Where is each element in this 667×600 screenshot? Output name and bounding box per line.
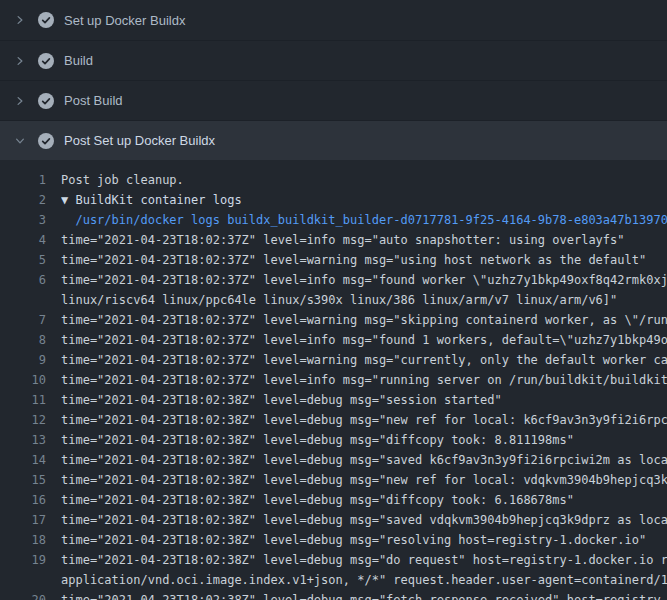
log-line-number[interactable]: 8 bbox=[0, 330, 61, 350]
log-line[interactable]: 1 Post job cleanup. bbox=[0, 170, 667, 190]
log-line-text: linux/riscv64 linux/ppc64le linux/s390x … bbox=[61, 290, 667, 310]
check-circle-icon bbox=[38, 93, 54, 109]
log-line-number[interactable]: 7 bbox=[0, 310, 61, 330]
log-line-text: time="2021-04-23T18:02:38Z" level=debug … bbox=[61, 450, 667, 470]
step-header[interactable]: Post Build bbox=[0, 80, 667, 120]
step-label: Post Build bbox=[64, 93, 123, 108]
log-line-text: time="2021-04-23T18:02:38Z" level=debug … bbox=[61, 490, 667, 510]
check-circle-icon bbox=[38, 133, 54, 149]
log-line-text: time="2021-04-23T18:02:37Z" level=info m… bbox=[61, 330, 667, 350]
log-line-number[interactable]: 6 bbox=[0, 270, 61, 290]
log-line-number[interactable]: 9 bbox=[0, 350, 61, 370]
log-line-text: time="2021-04-23T18:02:37Z" level=info m… bbox=[61, 370, 667, 390]
log-line[interactable]: 11 time="2021-04-23T18:02:38Z" level=deb… bbox=[0, 390, 667, 410]
log-line-number[interactable]: 2 bbox=[0, 190, 61, 210]
log-line[interactable]: 9 time="2021-04-23T18:02:37Z" level=warn… bbox=[0, 350, 667, 370]
log-line-number[interactable]: 11 bbox=[0, 390, 61, 410]
log-line-text: time="2021-04-23T18:02:38Z" level=debug … bbox=[61, 390, 667, 410]
log-line[interactable]: 13 time="2021-04-23T18:02:38Z" level=deb… bbox=[0, 430, 667, 450]
log-line-number[interactable]: 19 bbox=[0, 550, 61, 570]
log-line-text[interactable]: ▼ BuildKit container logs bbox=[61, 190, 667, 210]
log-line-number[interactable]: 20 bbox=[0, 590, 61, 600]
log-line[interactable]: 10 time="2021-04-23T18:02:37Z" level=inf… bbox=[0, 370, 667, 390]
log-line[interactable]: 8 time="2021-04-23T18:02:37Z" level=info… bbox=[0, 330, 667, 350]
log-line-text: /usr/bin/docker logs buildx_buildkit_bui… bbox=[61, 210, 667, 230]
step-header[interactable]: Build bbox=[0, 40, 667, 80]
log-line[interactable]: 16 time="2021-04-23T18:02:38Z" level=deb… bbox=[0, 490, 667, 510]
log-line-number[interactable]: 12 bbox=[0, 410, 61, 430]
log-line-number[interactable]: 17 bbox=[0, 510, 61, 530]
chevron-icon[interactable] bbox=[12, 93, 28, 109]
log-line-number[interactable]: 14 bbox=[0, 450, 61, 470]
log-line-text: time="2021-04-23T18:02:38Z" level=debug … bbox=[61, 430, 667, 450]
log-line[interactable]: linux/riscv64 linux/ppc64le linux/s390x … bbox=[0, 290, 667, 310]
workflow-log-panel: Set up Docker Buildx Build P bbox=[0, 0, 667, 600]
log-area: 1 Post job cleanup. 2 ▼ BuildKit contain… bbox=[0, 160, 667, 600]
step-label: Build bbox=[64, 53, 93, 68]
log-line[interactable]: 12 time="2021-04-23T18:02:38Z" level=deb… bbox=[0, 410, 667, 430]
log-line-text: time="2021-04-23T18:02:37Z" level=info m… bbox=[61, 230, 667, 250]
log-line[interactable]: 2 ▼ BuildKit container logs bbox=[0, 190, 667, 210]
log-line-number[interactable]: 18 bbox=[0, 530, 61, 550]
log-line[interactable]: 18 time="2021-04-23T18:02:38Z" level=deb… bbox=[0, 530, 667, 550]
log-line-text: Post job cleanup. bbox=[61, 170, 667, 190]
log-line[interactable]: 5 time="2021-04-23T18:02:37Z" level=warn… bbox=[0, 250, 667, 270]
log-line[interactable]: 19 time="2021-04-23T18:02:38Z" level=deb… bbox=[0, 550, 667, 570]
log-line-number[interactable]: 5 bbox=[0, 250, 61, 270]
log-line-text: time="2021-04-23T18:02:38Z" level=debug … bbox=[61, 510, 667, 530]
log-line[interactable]: 17 time="2021-04-23T18:02:38Z" level=deb… bbox=[0, 510, 667, 530]
step-label: Post Set up Docker Buildx bbox=[64, 133, 215, 148]
steps-list: Set up Docker Buildx Build P bbox=[0, 0, 667, 160]
log-line-text: time="2021-04-23T18:02:37Z" level=warnin… bbox=[61, 310, 667, 330]
log-line-number[interactable]: 1 bbox=[0, 170, 61, 190]
chevron-icon[interactable] bbox=[12, 12, 28, 28]
log-line-number[interactable]: 16 bbox=[0, 490, 61, 510]
log-line-number[interactable] bbox=[0, 290, 61, 310]
log-line-text: time="2021-04-23T18:02:38Z" level=debug … bbox=[61, 550, 667, 570]
chevron-icon[interactable] bbox=[12, 53, 28, 69]
log-line-number[interactable]: 10 bbox=[0, 370, 61, 390]
log-line-text: time="2021-04-23T18:02:37Z" level=warnin… bbox=[61, 350, 667, 370]
log-line[interactable]: 20 time="2021-04-23T18:02:38Z" level=deb… bbox=[0, 590, 667, 600]
log-line-text: time="2021-04-23T18:02:38Z" level=debug … bbox=[61, 590, 667, 600]
log-line[interactable]: 14 time="2021-04-23T18:02:38Z" level=deb… bbox=[0, 450, 667, 470]
check-circle-icon bbox=[38, 12, 54, 28]
log-line[interactable]: 7 time="2021-04-23T18:02:37Z" level=warn… bbox=[0, 310, 667, 330]
log-line[interactable]: 15 time="2021-04-23T18:02:38Z" level=deb… bbox=[0, 470, 667, 490]
log-line-command[interactable]: 3 /usr/bin/docker logs buildx_buildkit_b… bbox=[0, 210, 667, 230]
log-line-text: time="2021-04-23T18:02:38Z" level=debug … bbox=[61, 530, 667, 550]
log-line-number[interactable]: 4 bbox=[0, 230, 61, 250]
log-line[interactable]: 4 time="2021-04-23T18:02:37Z" level=info… bbox=[0, 230, 667, 250]
step-header[interactable]: Set up Docker Buildx bbox=[0, 0, 667, 40]
chevron-icon[interactable] bbox=[12, 133, 28, 149]
log-line-number[interactable]: 15 bbox=[0, 470, 61, 490]
log-line-number[interactable]: 3 bbox=[0, 210, 61, 230]
log-line-text: time="2021-04-23T18:02:37Z" level=info m… bbox=[61, 270, 667, 290]
log-line-text: time="2021-04-23T18:02:37Z" level=warnin… bbox=[61, 250, 667, 270]
log-line-text: time="2021-04-23T18:02:38Z" level=debug … bbox=[61, 470, 667, 490]
log-line-number[interactable] bbox=[0, 570, 61, 590]
log-line-text: time="2021-04-23T18:02:38Z" level=debug … bbox=[61, 410, 667, 430]
log-line-text: application/vnd.oci.image.index.v1+json,… bbox=[61, 570, 667, 590]
log-line[interactable]: 6 time="2021-04-23T18:02:37Z" level=info… bbox=[0, 270, 667, 290]
log-line[interactable]: application/vnd.oci.image.index.v1+json,… bbox=[0, 570, 667, 590]
check-circle-icon bbox=[38, 53, 54, 69]
step-header[interactable]: Post Set up Docker Buildx bbox=[0, 120, 667, 160]
step-label: Set up Docker Buildx bbox=[64, 13, 185, 28]
log-line-number[interactable]: 13 bbox=[0, 430, 61, 450]
